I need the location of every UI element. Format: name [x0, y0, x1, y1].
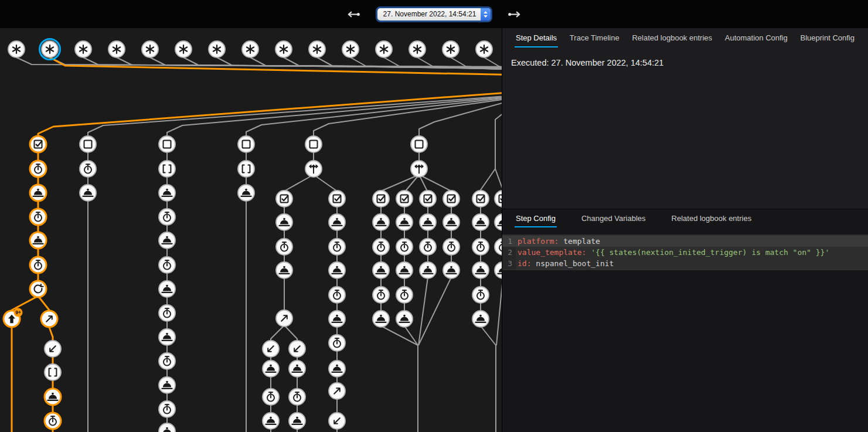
- trace-node-timer[interactable]: [373, 287, 389, 303]
- trace-node-arrow-top-right[interactable]: [276, 310, 292, 326]
- tab-blueprint-config[interactable]: Blueprint Config: [799, 28, 856, 47]
- tab-changed-variables[interactable]: Changed Variables: [580, 209, 647, 227]
- trace-node-asterisk[interactable]: [209, 41, 225, 57]
- trace-node-bell[interactable]: [396, 262, 413, 278]
- trace-node-code-brackets[interactable]: [45, 364, 61, 380]
- trace-node-bell[interactable]: [159, 377, 175, 393]
- trace-node-timer[interactable]: [329, 239, 345, 255]
- trace-node-arrow-bottom-left[interactable]: [45, 341, 61, 357]
- trace-node-timer[interactable]: [159, 209, 175, 225]
- trace-node-bell[interactable]: [396, 311, 413, 327]
- trace-node-checkbox-blank[interactable]: [80, 136, 96, 152]
- trace-node-checkbox-marked[interactable]: [30, 136, 46, 152]
- tab-related-logbook-entries[interactable]: Related logbook entries: [631, 28, 713, 47]
- trace-node-timer[interactable]: [159, 401, 175, 417]
- tab-step-details[interactable]: Step Details: [515, 28, 558, 47]
- trace-node-asterisk[interactable]: [342, 41, 359, 57]
- trace-node-timer[interactable]: [159, 305, 175, 321]
- trace-node-checkbox-marked[interactable]: [329, 191, 345, 207]
- trace-node-checkbox-blank[interactable]: [159, 136, 175, 152]
- trace-node-bell[interactable]: [495, 214, 502, 230]
- trace-node-asterisk[interactable]: [409, 41, 426, 57]
- trace-node-bell[interactable]: [30, 185, 46, 201]
- trace-node-bell[interactable]: [276, 214, 292, 230]
- trace-node-asterisk[interactable]: [142, 41, 158, 57]
- trace-node-arrow-decision[interactable]: [305, 161, 322, 177]
- trace-node-timer[interactable]: [472, 287, 489, 303]
- trace-node-refresh[interactable]: [30, 281, 46, 297]
- trace-graph[interactable]: 9+: [0, 28, 502, 432]
- trace-node-code-brackets[interactable]: [238, 161, 254, 177]
- trace-node-timer[interactable]: [30, 161, 46, 177]
- trace-node-checkbox-marked[interactable]: [396, 191, 413, 207]
- trace-node-bell[interactable]: [495, 262, 502, 278]
- trace-node-checkbox-marked[interactable]: [420, 191, 436, 207]
- trace-node-timer[interactable]: [396, 239, 413, 255]
- trace-node-checkbox-marked[interactable]: [472, 191, 489, 207]
- trace-graph-panel[interactable]: 9+: [0, 28, 502, 432]
- trace-node-bell[interactable]: [45, 389, 61, 405]
- trace-node-bell[interactable]: [159, 232, 175, 249]
- tab-trace-timeline[interactable]: Trace Timeline: [569, 28, 621, 47]
- trace-node-asterisk[interactable]: [442, 41, 459, 57]
- trace-node-arrow-bottom-left[interactable]: [289, 341, 305, 357]
- trace-node-timer[interactable]: [329, 335, 345, 351]
- trace-node-asterisk[interactable]: [40, 39, 60, 60]
- trace-node-asterisk[interactable]: [376, 41, 392, 57]
- trace-node-timer[interactable]: [159, 353, 175, 369]
- tab-related-logbook-entries[interactable]: Related logbook entries: [670, 209, 753, 227]
- trace-node-asterisk[interactable]: [309, 41, 325, 57]
- trace-node-asterisk[interactable]: [175, 41, 192, 57]
- trace-node-bell[interactable]: [373, 311, 389, 327]
- trace-node-bell[interactable]: [443, 262, 459, 278]
- trace-node-bell[interactable]: [373, 214, 389, 230]
- trace-node-bell[interactable]: [472, 214, 489, 230]
- trace-node-arrow-top-right[interactable]: [41, 311, 57, 327]
- trace-node-checkbox-marked[interactable]: [443, 191, 459, 207]
- trace-node-bell[interactable]: [472, 311, 489, 327]
- tab-automation-config[interactable]: Automation Config: [724, 28, 789, 47]
- trace-node-arrow-bottom-left[interactable]: [263, 341, 279, 357]
- trace-node-bell[interactable]: [420, 214, 436, 230]
- trace-node-asterisk[interactable]: [108, 41, 125, 57]
- next-run-button[interactable]: [506, 6, 523, 22]
- trace-node-bell[interactable]: [472, 262, 489, 278]
- trace-node-checkbox-marked[interactable]: [495, 191, 502, 207]
- trace-node-timer[interactable]: [45, 413, 61, 429]
- trace-node-bell[interactable]: [30, 232, 46, 249]
- trace-node-timer[interactable]: [373, 239, 389, 255]
- trace-node-checkbox-marked[interactable]: [373, 191, 389, 207]
- trace-node-bell[interactable]: [329, 262, 345, 278]
- trace-node-checkbox-marked[interactable]: [276, 191, 292, 207]
- trace-node-bell[interactable]: [159, 329, 175, 345]
- trace-node-bell[interactable]: [329, 214, 345, 230]
- trace-node-asterisk[interactable]: [275, 41, 292, 57]
- trace-node-bell[interactable]: [238, 185, 254, 201]
- trace-node-timer[interactable]: [495, 239, 502, 255]
- trace-node-timer[interactable]: [276, 239, 292, 255]
- trace-node-timer[interactable]: [80, 161, 96, 177]
- trace-node-checkbox-blank[interactable]: [411, 136, 427, 152]
- trace-node-asterisk[interactable]: [242, 41, 258, 57]
- trace-node-timer[interactable]: [396, 287, 413, 303]
- trace-node-arrow-decision[interactable]: [411, 161, 427, 177]
- trace-node-bell[interactable]: [396, 214, 413, 230]
- trace-node-timer[interactable]: [420, 239, 436, 255]
- trace-node-arrow-bottom-left[interactable]: [329, 413, 345, 429]
- step-config-code-editor[interactable]: 1platform: template2value_template: '{{ …: [502, 234, 868, 270]
- trace-node-bell[interactable]: [263, 360, 279, 377]
- trace-node-timer[interactable]: [159, 257, 175, 273]
- trace-node-bell[interactable]: [329, 360, 345, 377]
- trace-node-bell[interactable]: [159, 185, 175, 201]
- trace-node-timer[interactable]: [30, 257, 46, 273]
- trace-node-asterisk[interactable]: [75, 41, 91, 57]
- trace-node-bell[interactable]: [289, 360, 305, 377]
- trace-node-bell[interactable]: [159, 281, 175, 297]
- trace-node-bell[interactable]: [263, 413, 279, 429]
- trace-node-bell[interactable]: [420, 262, 436, 278]
- trace-node-timer[interactable]: [289, 389, 305, 405]
- trace-node-timer[interactable]: [263, 389, 279, 405]
- trace-node-bell[interactable]: [373, 262, 389, 278]
- trace-node-timer[interactable]: [472, 239, 489, 255]
- trace-node-bell[interactable]: [289, 413, 305, 429]
